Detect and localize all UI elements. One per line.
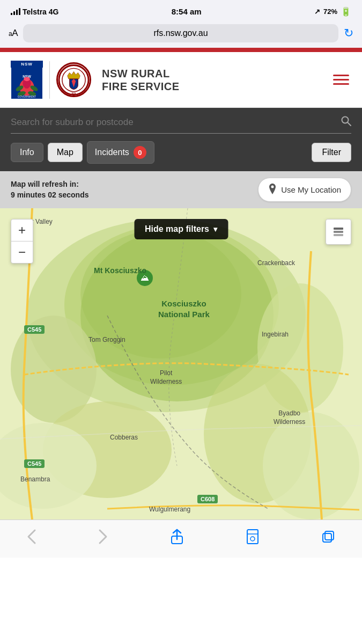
svg-rect-37 — [325, 531, 334, 540]
nsw-label: NSW — [11, 61, 43, 68]
org-name: NSW RURAL FIRE SERVICE — [102, 67, 180, 93]
search-section — [0, 108, 362, 141]
reload-button[interactable]: ↻ — [344, 26, 353, 40]
svg-rect-36 — [323, 533, 331, 542]
location-button-label: Use My Location — [281, 185, 341, 194]
filter-button[interactable]: Filter — [312, 143, 351, 162]
logo-divider — [49, 61, 50, 99]
carrier-signal: Telstra 4G — [11, 8, 58, 16]
bottom-nav — [0, 519, 362, 558]
svg-point-35 — [250, 537, 255, 541]
battery-percentage: 72% — [323, 8, 337, 16]
forward-button[interactable] — [93, 526, 113, 547]
tab-map[interactable]: Map — [48, 143, 83, 162]
url-bar: aA rfs.nsw.gov.au ↻ — [0, 21, 362, 48]
org-title: NSW RURAL FIRE SERVICE — [102, 67, 180, 93]
pin-icon — [268, 184, 277, 196]
nsw-emblem: NSW GOVERNMENT — [11, 68, 42, 99]
svg-rect-32 — [334, 234, 343, 236]
svg-text:GOVERNMENT: GOVERNMENT — [18, 96, 36, 98]
hide-filters-label: Hide map filters — [145, 224, 209, 234]
map-info-bar: Map will refresh in: 9 minutes 02 second… — [0, 171, 362, 208]
tabs-button[interactable] — [316, 528, 341, 546]
accent-bar — [0, 48, 362, 52]
logo-area: NSW NSW GOVERNMENT — [11, 61, 180, 99]
search-icon — [341, 115, 351, 129]
incidents-label: Incidents — [95, 148, 129, 157]
layers-button[interactable] — [326, 219, 351, 245]
nsw-logo: NSW NSW GOVERNMENT — [11, 61, 43, 99]
svg-point-27 — [263, 412, 359, 519]
zoom-in-button[interactable]: + — [11, 219, 33, 241]
tab-info[interactable]: Info — [11, 143, 43, 162]
carrier-label: Telstra 4G — [23, 8, 58, 16]
font-size-control[interactable]: aA — [9, 28, 18, 39]
url-input[interactable]: rfs.nsw.gov.au — [23, 24, 338, 42]
tab-incidents[interactable]: Incidents 0 — [87, 141, 154, 164]
svg-text:⛰: ⛰ — [141, 273, 149, 282]
bookmarks-button[interactable] — [240, 526, 265, 547]
signal-icon — [11, 8, 20, 15]
rfs-emblem: RFS — [56, 62, 91, 97]
svg-rect-31 — [334, 231, 343, 233]
battery-area: ↗ 72% 🔋 — [314, 6, 351, 17]
search-bar — [11, 115, 351, 134]
refresh-countdown: Map will refresh in: 9 minutes 02 second… — [11, 179, 89, 200]
status-bar: Telstra 4G 8:54 am ↗ 72% 🔋 — [0, 0, 362, 21]
map-container[interactable]: ⛰ Nanor Valley Mt Kosciuszko Crackenback… — [0, 208, 362, 519]
hide-map-filters-button[interactable]: Hide map filters ▾ — [134, 219, 228, 239]
svg-point-16 — [271, 186, 274, 188]
url-display: rfs.nsw.gov.au — [153, 28, 208, 38]
svg-line-15 — [348, 122, 351, 126]
zoom-out-button[interactable]: − — [11, 241, 33, 263]
time-display: 8:54 am — [172, 7, 202, 16]
tab-bar: Info Map Incidents 0 Filter — [0, 141, 362, 171]
battery-icon: 🔋 — [341, 6, 351, 17]
svg-text:RFS: RFS — [72, 91, 76, 94]
refresh-time: 9 minutes 02 seconds — [11, 190, 89, 201]
back-button[interactable] — [21, 526, 42, 547]
incidents-badge: 0 — [134, 146, 146, 159]
refresh-line1: Map will refresh in: — [11, 179, 89, 190]
search-input[interactable] — [11, 117, 335, 128]
hamburger-menu[interactable] — [331, 72, 351, 87]
share-button[interactable] — [165, 526, 189, 547]
hide-filters-chevron: ▾ — [213, 225, 217, 233]
svg-point-5 — [24, 77, 30, 81]
use-my-location-button[interactable]: Use My Location — [258, 178, 351, 202]
zoom-controls: + − — [11, 219, 33, 264]
svg-rect-30 — [334, 228, 343, 230]
location-icon: ↗ — [314, 8, 320, 16]
site-header: NSW NSW GOVERNMENT — [0, 52, 362, 108]
